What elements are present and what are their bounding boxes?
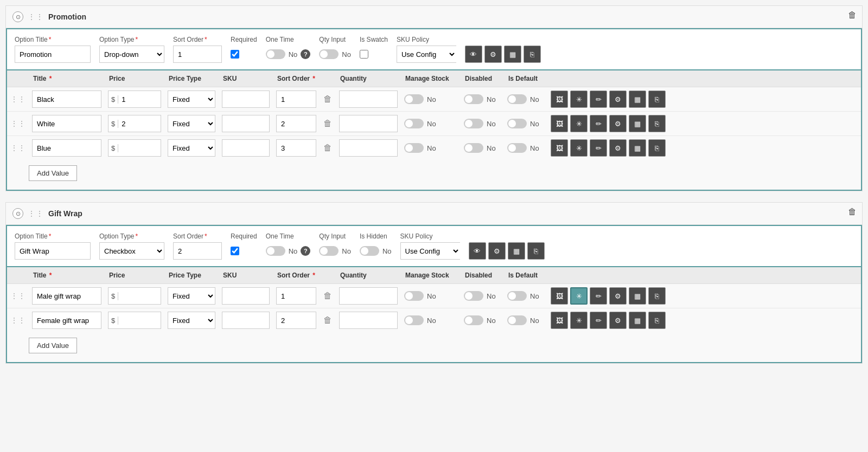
row-sort-order-input[interactable] <box>276 287 316 305</box>
row-copy-icon-btn[interactable]: ⎘ <box>648 115 666 132</box>
row-price-type-select[interactable]: FixedPercent <box>168 115 215 132</box>
row-quantity-input[interactable] <box>339 115 398 132</box>
delete-row-button[interactable]: 🗑 <box>323 291 332 301</box>
option-type-select[interactable]: Drop-downRadio ButtonsCheckboxMultiple S… <box>99 46 164 63</box>
row-drag-handle[interactable]: ⋮⋮ <box>7 308 29 333</box>
drag-handle[interactable]: ⋮⋮ <box>28 12 44 21</box>
row-title-input[interactable] <box>32 312 101 329</box>
row-edit-icon-btn[interactable]: ✏ <box>590 115 607 132</box>
row-gear-icon-btn[interactable]: ⚙ <box>609 287 627 305</box>
row-price-input[interactable] <box>118 312 161 328</box>
row-dependency-icon-btn[interactable]: ✳ <box>570 91 588 108</box>
row-sort-order-input[interactable] <box>276 115 316 132</box>
row-table-icon-btn[interactable]: ▦ <box>629 312 646 329</box>
toggle[interactable] <box>507 94 527 104</box>
row-copy-icon-btn[interactable]: ⎘ <box>648 287 666 305</box>
row-title-input[interactable] <box>32 287 101 305</box>
row-sku-input[interactable] <box>222 287 270 305</box>
eye-icon-btn[interactable]: 👁 <box>465 46 482 63</box>
row-copy-icon-btn[interactable]: ⎘ <box>648 91 666 108</box>
delete-row-button[interactable]: 🗑 <box>323 94 332 104</box>
row-drag-handle[interactable]: ⋮⋮ <box>7 284 29 308</box>
one-time-help-icon[interactable]: ? <box>301 49 310 59</box>
row-dependency-icon-btn[interactable]: ✳ <box>570 139 588 157</box>
toggle[interactable] <box>360 246 379 256</box>
row-quantity-input[interactable] <box>339 91 398 108</box>
row-edit-icon-btn[interactable]: ✏ <box>590 287 607 305</box>
eye-icon-btn[interactable]: 👁 <box>469 242 486 260</box>
row-sku-input[interactable] <box>222 91 270 108</box>
toggle[interactable] <box>464 119 483 128</box>
option-type-select[interactable]: Drop-downRadio ButtonsCheckboxMultiple S… <box>99 242 164 260</box>
row-sku-input[interactable] <box>222 312 270 329</box>
delete-row-button[interactable]: 🗑 <box>323 143 332 153</box>
add-value-button[interactable]: Add Value <box>29 165 77 181</box>
required-checkbox[interactable] <box>231 50 239 59</box>
toggle[interactable] <box>507 143 527 153</box>
delete-section-button[interactable]: 🗑 <box>848 207 857 217</box>
row-price-type-select[interactable]: FixedPercent <box>168 287 215 305</box>
row-price-input[interactable] <box>118 91 161 107</box>
row-copy-icon-btn[interactable]: ⎘ <box>648 312 666 329</box>
row-title-input[interactable] <box>32 115 101 132</box>
row-edit-icon-btn[interactable]: ✏ <box>590 312 607 329</box>
row-quantity-input[interactable] <box>339 139 398 157</box>
toggle[interactable] <box>464 315 483 325</box>
row-image-icon-btn[interactable]: 🖼 <box>551 312 568 329</box>
sort-order-input[interactable] <box>173 46 222 63</box>
row-sku-input[interactable] <box>222 115 270 132</box>
row-image-icon-btn[interactable]: 🖼 <box>551 91 568 108</box>
row-gear-icon-btn[interactable]: ⚙ <box>609 312 627 329</box>
row-gear-icon-btn[interactable]: ⚙ <box>609 115 627 132</box>
row-quantity-input[interactable] <box>339 312 398 329</box>
row-price-input[interactable] <box>118 140 161 156</box>
copy-icon-btn[interactable]: ⎘ <box>524 46 541 63</box>
gear-icon-btn[interactable]: ⚙ <box>488 242 506 260</box>
toggle[interactable] <box>507 291 527 301</box>
row-edit-icon-btn[interactable]: ✏ <box>590 91 607 108</box>
collapse-button[interactable]: ⊙ <box>12 208 23 219</box>
collapse-button[interactable]: ⊙ <box>12 11 23 22</box>
is-swatch-checkbox[interactable] <box>360 50 368 59</box>
toggle[interactable] <box>266 49 285 59</box>
delete-section-button[interactable]: 🗑 <box>848 10 857 20</box>
toggle[interactable] <box>404 143 424 153</box>
sort-order-input[interactable] <box>173 242 222 260</box>
row-image-icon-btn[interactable]: 🖼 <box>551 139 568 157</box>
row-image-icon-btn[interactable]: 🖼 <box>551 287 568 305</box>
row-drag-handle[interactable]: ⋮⋮ <box>7 87 29 112</box>
row-drag-handle[interactable]: ⋮⋮ <box>7 112 29 136</box>
copy-icon-btn[interactable]: ⎘ <box>527 242 545 260</box>
row-sort-order-input[interactable] <box>276 312 316 329</box>
toggle[interactable] <box>319 246 339 256</box>
row-price-input[interactable] <box>118 288 161 304</box>
row-quantity-input[interactable] <box>339 287 398 305</box>
toggle[interactable] <box>507 315 527 325</box>
toggle[interactable] <box>464 143 483 153</box>
delete-row-button[interactable]: 🗑 <box>323 119 332 128</box>
row-table-icon-btn[interactable]: ▦ <box>629 287 646 305</box>
row-dependency-icon-btn[interactable]: ✳ <box>570 287 588 305</box>
add-value-button[interactable]: Add Value <box>29 338 77 353</box>
drag-handle[interactable]: ⋮⋮ <box>28 209 44 218</box>
row-table-icon-btn[interactable]: ▦ <box>629 139 646 157</box>
toggle[interactable] <box>507 119 527 128</box>
row-title-input[interactable] <box>32 139 101 157</box>
row-gear-icon-btn[interactable]: ⚙ <box>609 139 627 157</box>
row-table-icon-btn[interactable]: ▦ <box>629 115 646 132</box>
toggle[interactable] <box>464 291 483 301</box>
row-price-type-select[interactable]: FixedPercent <box>168 91 215 108</box>
row-price-type-select[interactable]: FixedPercent <box>168 312 215 329</box>
one-time-help-icon[interactable]: ? <box>301 246 310 256</box>
toggle[interactable] <box>266 246 285 256</box>
row-copy-icon-btn[interactable]: ⎘ <box>648 139 666 157</box>
row-edit-icon-btn[interactable]: ✏ <box>590 139 607 157</box>
toggle[interactable] <box>319 49 339 59</box>
row-gear-icon-btn[interactable]: ⚙ <box>609 91 627 108</box>
toggle[interactable] <box>404 291 424 301</box>
row-table-icon-btn[interactable]: ▦ <box>629 91 646 108</box>
row-image-icon-btn[interactable]: 🖼 <box>551 115 568 132</box>
toggle[interactable] <box>464 94 483 104</box>
row-dependency-icon-btn[interactable]: ✳ <box>570 312 588 329</box>
required-checkbox[interactable] <box>231 247 239 255</box>
